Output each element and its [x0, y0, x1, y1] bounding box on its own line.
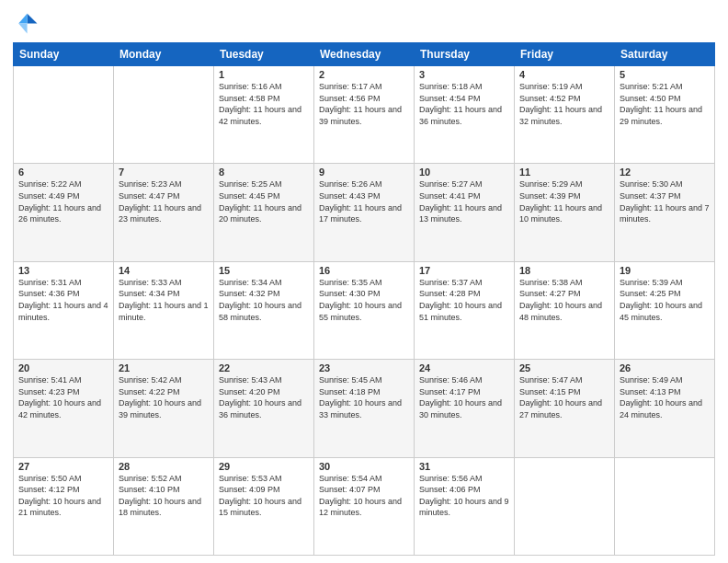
- day-number: 24: [419, 362, 509, 373]
- day-number: 8: [219, 167, 309, 178]
- day-number: 30: [319, 461, 409, 472]
- calendar-cell: [515, 457, 615, 555]
- header-monday: Monday: [114, 43, 214, 66]
- day-number: 1: [219, 69, 309, 80]
- day-number: 29: [219, 461, 309, 472]
- day-info: Sunrise: 5:42 AMSunset: 4:22 PMDaylight:…: [119, 374, 209, 420]
- logo: [13, 9, 40, 35]
- header-thursday: Thursday: [415, 43, 515, 66]
- day-number: 12: [620, 167, 710, 178]
- day-info: Sunrise: 5:19 AMSunset: 4:52 PMDaylight:…: [519, 81, 609, 127]
- day-number: 19: [620, 265, 710, 276]
- day-number: 2: [319, 69, 409, 80]
- day-info: Sunrise: 5:46 AMSunset: 4:17 PMDaylight:…: [419, 374, 509, 420]
- day-info: Sunrise: 5:41 AMSunset: 4:23 PMDaylight:…: [18, 374, 108, 420]
- calendar-week-row: 27Sunrise: 5:50 AMSunset: 4:12 PMDayligh…: [14, 457, 715, 555]
- calendar-cell: [14, 66, 114, 164]
- calendar-cell: 18Sunrise: 5:38 AMSunset: 4:27 PMDayligh…: [515, 261, 615, 359]
- day-info: Sunrise: 5:53 AMSunset: 4:09 PMDaylight:…: [219, 473, 309, 519]
- day-info: Sunrise: 5:52 AMSunset: 4:10 PMDaylight:…: [119, 473, 209, 519]
- day-number: 16: [319, 265, 409, 276]
- calendar-week-row: 13Sunrise: 5:31 AMSunset: 4:36 PMDayligh…: [14, 261, 715, 359]
- calendar-cell: 14Sunrise: 5:33 AMSunset: 4:34 PMDayligh…: [114, 261, 214, 359]
- day-number: 26: [620, 362, 710, 373]
- calendar-cell: 7Sunrise: 5:23 AMSunset: 4:47 PMDaylight…: [114, 164, 214, 261]
- day-info: Sunrise: 5:31 AMSunset: 4:36 PMDaylight:…: [18, 277, 108, 323]
- day-info: Sunrise: 5:25 AMSunset: 4:45 PMDaylight:…: [219, 178, 309, 224]
- day-number: 17: [419, 265, 509, 276]
- day-number: 22: [219, 362, 309, 373]
- day-number: 27: [18, 461, 108, 472]
- day-info: Sunrise: 5:29 AMSunset: 4:39 PMDaylight:…: [519, 178, 609, 224]
- day-info: Sunrise: 5:21 AMSunset: 4:50 PMDaylight:…: [620, 81, 710, 127]
- day-info: Sunrise: 5:49 AMSunset: 4:13 PMDaylight:…: [620, 374, 710, 420]
- day-info: Sunrise: 5:47 AMSunset: 4:15 PMDaylight:…: [519, 374, 609, 420]
- calendar-cell: [114, 66, 214, 164]
- day-number: 4: [519, 69, 609, 80]
- calendar-cell: 17Sunrise: 5:37 AMSunset: 4:28 PMDayligh…: [415, 261, 515, 359]
- calendar-cell: 15Sunrise: 5:34 AMSunset: 4:32 PMDayligh…: [214, 261, 314, 359]
- calendar-week-row: 1Sunrise: 5:16 AMSunset: 4:58 PMDaylight…: [14, 66, 715, 164]
- calendar-cell: 25Sunrise: 5:47 AMSunset: 4:15 PMDayligh…: [515, 360, 615, 457]
- calendar-cell: 26Sunrise: 5:49 AMSunset: 4:13 PMDayligh…: [615, 360, 715, 457]
- calendar-cell: 3Sunrise: 5:18 AMSunset: 4:54 PMDaylight…: [415, 66, 515, 164]
- calendar-cell: 31Sunrise: 5:56 AMSunset: 4:06 PMDayligh…: [415, 457, 515, 555]
- calendar-cell: 16Sunrise: 5:35 AMSunset: 4:30 PMDayligh…: [314, 261, 415, 359]
- day-number: 6: [18, 167, 108, 178]
- header: [13, 9, 715, 35]
- calendar-cell: 12Sunrise: 5:30 AMSunset: 4:37 PMDayligh…: [615, 164, 715, 261]
- calendar-cell: 28Sunrise: 5:52 AMSunset: 4:10 PMDayligh…: [114, 457, 214, 555]
- day-info: Sunrise: 5:35 AMSunset: 4:30 PMDaylight:…: [319, 277, 409, 323]
- svg-marker-1: [18, 14, 27, 24]
- day-info: Sunrise: 5:16 AMSunset: 4:58 PMDaylight:…: [219, 81, 309, 127]
- calendar-cell: 11Sunrise: 5:29 AMSunset: 4:39 PMDayligh…: [515, 164, 615, 261]
- day-info: Sunrise: 5:17 AMSunset: 4:56 PMDaylight:…: [319, 81, 409, 127]
- calendar-cell: 4Sunrise: 5:19 AMSunset: 4:52 PMDaylight…: [515, 66, 615, 164]
- day-number: 25: [519, 362, 609, 373]
- day-info: Sunrise: 5:30 AMSunset: 4:37 PMDaylight:…: [620, 178, 710, 224]
- header-friday: Friday: [515, 43, 615, 66]
- day-number: 23: [319, 362, 409, 373]
- day-number: 28: [119, 461, 209, 472]
- calendar-cell: 24Sunrise: 5:46 AMSunset: 4:17 PMDayligh…: [415, 360, 515, 457]
- calendar-cell: 21Sunrise: 5:42 AMSunset: 4:22 PMDayligh…: [114, 360, 214, 457]
- day-number: 3: [419, 69, 509, 80]
- calendar-cell: 13Sunrise: 5:31 AMSunset: 4:36 PMDayligh…: [14, 261, 114, 359]
- day-info: Sunrise: 5:50 AMSunset: 4:12 PMDaylight:…: [18, 473, 108, 519]
- day-number: 14: [119, 265, 209, 276]
- calendar-cell: 27Sunrise: 5:50 AMSunset: 4:12 PMDayligh…: [14, 457, 114, 555]
- calendar-cell: 30Sunrise: 5:54 AMSunset: 4:07 PMDayligh…: [314, 457, 415, 555]
- day-number: 9: [319, 167, 409, 178]
- calendar-page: Sunday Monday Tuesday Wednesday Thursday…: [0, 0, 728, 563]
- day-number: 15: [219, 265, 309, 276]
- calendar-cell: [615, 457, 715, 555]
- day-number: 5: [620, 69, 710, 80]
- calendar-cell: 9Sunrise: 5:26 AMSunset: 4:43 PMDaylight…: [314, 164, 415, 261]
- day-number: 20: [18, 362, 108, 373]
- day-info: Sunrise: 5:56 AMSunset: 4:06 PMDaylight:…: [419, 473, 509, 519]
- day-number: 13: [18, 265, 108, 276]
- day-info: Sunrise: 5:27 AMSunset: 4:41 PMDaylight:…: [419, 178, 509, 224]
- day-info: Sunrise: 5:23 AMSunset: 4:47 PMDaylight:…: [119, 178, 209, 224]
- calendar-cell: 1Sunrise: 5:16 AMSunset: 4:58 PMDaylight…: [214, 66, 314, 164]
- weekday-header-row: Sunday Monday Tuesday Wednesday Thursday…: [14, 43, 715, 66]
- calendar-cell: 29Sunrise: 5:53 AMSunset: 4:09 PMDayligh…: [214, 457, 314, 555]
- svg-marker-2: [18, 24, 27, 34]
- day-info: Sunrise: 5:39 AMSunset: 4:25 PMDaylight:…: [620, 277, 710, 323]
- day-info: Sunrise: 5:33 AMSunset: 4:34 PMDaylight:…: [119, 277, 209, 323]
- day-info: Sunrise: 5:37 AMSunset: 4:28 PMDaylight:…: [419, 277, 509, 323]
- calendar-cell: 22Sunrise: 5:43 AMSunset: 4:20 PMDayligh…: [214, 360, 314, 457]
- calendar-week-row: 6Sunrise: 5:22 AMSunset: 4:49 PMDaylight…: [14, 164, 715, 261]
- calendar-cell: 19Sunrise: 5:39 AMSunset: 4:25 PMDayligh…: [615, 261, 715, 359]
- day-info: Sunrise: 5:38 AMSunset: 4:27 PMDaylight:…: [519, 277, 609, 323]
- day-number: 11: [519, 167, 609, 178]
- day-number: 7: [119, 167, 209, 178]
- day-info: Sunrise: 5:18 AMSunset: 4:54 PMDaylight:…: [419, 81, 509, 127]
- day-number: 21: [119, 362, 209, 373]
- day-info: Sunrise: 5:34 AMSunset: 4:32 PMDaylight:…: [219, 277, 309, 323]
- calendar-cell: 10Sunrise: 5:27 AMSunset: 4:41 PMDayligh…: [415, 164, 515, 261]
- day-info: Sunrise: 5:43 AMSunset: 4:20 PMDaylight:…: [219, 374, 309, 420]
- calendar-week-row: 20Sunrise: 5:41 AMSunset: 4:23 PMDayligh…: [14, 360, 715, 457]
- day-info: Sunrise: 5:45 AMSunset: 4:18 PMDaylight:…: [319, 374, 409, 420]
- logo-icon: [13, 9, 39, 35]
